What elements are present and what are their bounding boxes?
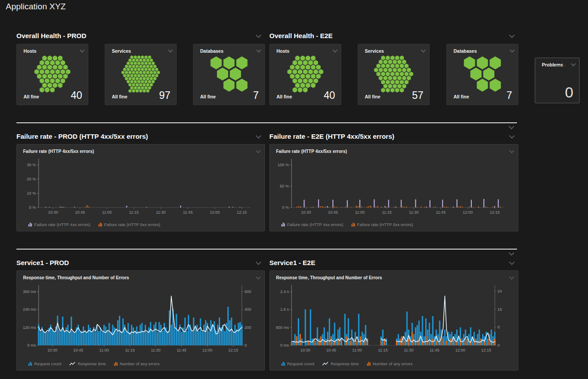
section-title: Overall Health - E2E [269, 32, 333, 39]
chevron-down-icon[interactable] [256, 259, 261, 265]
svg-text:11:00: 11:00 [99, 348, 109, 352]
bar-chart-icon [28, 362, 32, 366]
legend-label: Number of any errors [373, 361, 413, 366]
svg-text:10:45: 10:45 [328, 210, 338, 215]
svg-text:800 ms: 800 ms [276, 325, 289, 330]
panel-title: Failure rate (HTTP 4xx/5xx errors) [276, 149, 347, 154]
svg-text:11:15: 11:15 [378, 348, 388, 352]
chevron-down-icon[interactable] [421, 47, 426, 52]
svg-text:11:45: 11:45 [430, 348, 439, 352]
chevron-down-icon[interactable] [509, 47, 514, 52]
tile-status: All fine [112, 94, 127, 99]
svg-text:11:15: 11:15 [125, 348, 135, 352]
legend-label: Number of any errors [120, 361, 160, 366]
svg-text:50 %: 50 % [280, 184, 289, 188]
service1-e2e-chart[interactable]: 0 ms800 ms1.6 s2.4 s08162410:3010:4511:0… [272, 283, 515, 354]
svg-text:0 ms: 0 ms [280, 343, 289, 348]
chevron-down-icon[interactable] [256, 133, 261, 139]
legend-item[interactable]: Failure rate (HTTP 5xx errors) [351, 222, 414, 227]
svg-text:120 ms: 120 ms [23, 325, 36, 330]
tile-count: 7 [506, 90, 512, 102]
svg-text:30 %: 30 % [27, 163, 36, 167]
chevron-down-icon[interactable] [256, 274, 260, 279]
chevron-down-icon[interactable] [79, 47, 84, 52]
tile-status: All fine [200, 94, 216, 99]
failure-rate-e2e-chart[interactable]: 0 %50 %100 %10:3010:4511:0011:1511:3011:… [272, 157, 515, 216]
svg-text:360 ms: 360 ms [23, 289, 36, 294]
service1-prod-chart[interactable]: 0 ms120 ms240 ms360 ms020040060010:3010:… [19, 283, 262, 354]
legend-label: Failure rate (HTTP 5xx errors) [104, 222, 161, 227]
chevron-down-icon[interactable] [571, 61, 576, 66]
chevron-down-icon[interactable] [256, 32, 261, 38]
svg-text:11:00: 11:00 [355, 210, 365, 215]
svg-text:10:45: 10:45 [73, 348, 83, 352]
svg-text:240 ms: 240 ms [23, 307, 36, 312]
panel-title: Response time, Throughput and Number of … [276, 275, 382, 280]
svg-text:12:15: 12:15 [237, 210, 247, 215]
legend-item[interactable]: Failure rate (HTTP 4xx errors) [281, 222, 343, 227]
tile-status: All fine [276, 94, 292, 99]
svg-text:11:30: 11:30 [151, 348, 161, 352]
svg-text:8: 8 [497, 325, 500, 329]
health-honeycomb [373, 55, 414, 93]
tile-count: 40 [71, 90, 82, 102]
svg-text:10:30: 10:30 [300, 348, 311, 352]
tile-count: 97 [159, 90, 170, 102]
legend-item[interactable]: Number of any errors [114, 361, 160, 366]
legend-label: Failure rate (HTTP 4xx errors) [287, 222, 343, 227]
chevron-down-icon[interactable] [509, 250, 514, 256]
chart-legend: Failure rate (HTTP 4xx errors) Failure r… [28, 222, 160, 227]
chevron-down-icon[interactable] [332, 47, 337, 52]
tile-services-e2e[interactable]: Services All fine 57 [358, 44, 430, 105]
chevron-down-icon[interactable] [168, 47, 173, 52]
failure-rate-prod-chart[interactable]: 0 %10 %20 %30 %10:3010:4511:0011:1511:30… [19, 157, 262, 216]
failure-rate-prod-panel: Failure rate (HTTP 4xx/5xx errors) 0 %10… [16, 144, 265, 231]
tile-services-prod[interactable]: Services All fine 97 [105, 44, 177, 105]
chevron-down-icon[interactable] [509, 148, 514, 153]
tile-label: Hosts [276, 48, 289, 54]
bar-chart-icon [367, 362, 371, 366]
legend-item[interactable]: Request count [28, 361, 61, 366]
legend-item[interactable]: Response time [69, 361, 106, 366]
svg-text:0: 0 [497, 343, 500, 348]
bar-chart-icon [99, 223, 102, 227]
section-header-service-e2e: Service1 - E2E [269, 259, 518, 268]
dashboard: Application XYZ Overall Health - PROD Ov… [0, 0, 588, 379]
chevron-down-icon[interactable] [256, 148, 260, 153]
bar-chart-icon [351, 223, 355, 227]
svg-text:12:15: 12:15 [481, 348, 491, 352]
tile-databases-prod[interactable]: Databases All fine 7 [193, 44, 265, 105]
tile-hosts-e2e[interactable]: Hosts All fine 40 [269, 44, 341, 105]
legend-item[interactable]: Number of any errors [367, 361, 413, 366]
section-header-service-prod: Service1 - PROD [16, 259, 265, 268]
legend-item[interactable]: Response time [322, 361, 359, 366]
svg-text:12:00: 12:00 [455, 348, 466, 352]
service1-e2e-panel: Response time, Throughput and Number of … [269, 270, 518, 371]
legend-item[interactable]: Failure rate (HTTP 5xx errors) [99, 222, 161, 227]
chart-legend: Failure rate (HTTP 4xx errors) Failure r… [281, 222, 413, 227]
tile-status: All fine [454, 94, 469, 99]
service1-prod-panel: Response time, Throughput and Number of … [16, 270, 265, 371]
svg-text:0 ms: 0 ms [27, 343, 36, 348]
svg-text:11:30: 11:30 [156, 210, 166, 215]
svg-text:11:45: 11:45 [183, 210, 193, 215]
bar-chart-icon [281, 362, 285, 366]
chevron-down-icon[interactable] [256, 47, 261, 52]
tile-databases-e2e[interactable]: Databases All fine 7 [446, 44, 518, 105]
tile-problems[interactable]: Problems 0 [535, 58, 580, 103]
tile-hosts-prod[interactable]: Hosts All fine 40 [16, 44, 88, 105]
legend-label: Request count [34, 361, 61, 366]
svg-text:0: 0 [245, 343, 247, 348]
chevron-down-icon[interactable] [509, 124, 514, 129]
section-header-failure-prod: Failure rate - PROD (HTTP 4xx/5xx errors… [16, 133, 265, 141]
legend-item[interactable]: Request count [281, 361, 314, 366]
chevron-down-icon[interactable] [509, 259, 515, 265]
chevron-down-icon[interactable] [509, 32, 515, 38]
legend-item[interactable]: Failure rate (HTTP 4xx errors) [28, 222, 91, 227]
chevron-down-icon[interactable] [509, 133, 515, 139]
health-honeycomb [286, 55, 324, 93]
svg-text:100 %: 100 % [277, 163, 289, 167]
section-header-health-e2e: Overall Health - E2E [269, 32, 518, 41]
chevron-down-icon[interactable] [509, 274, 514, 279]
svg-text:200: 200 [245, 325, 251, 330]
